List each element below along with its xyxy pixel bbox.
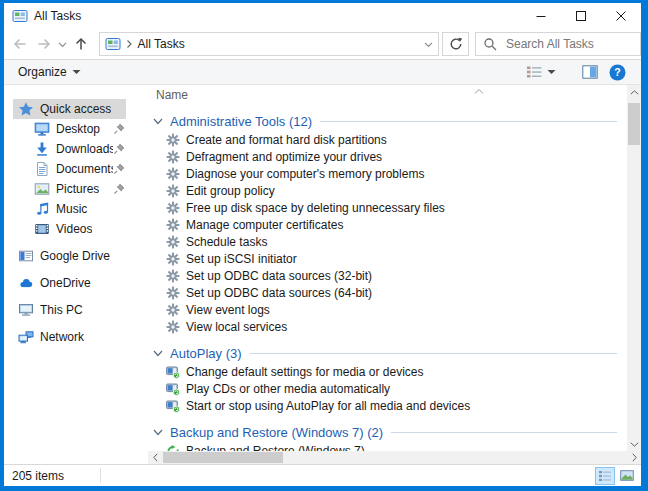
organize-caret-icon [72, 69, 81, 75]
close-button[interactable] [601, 3, 641, 29]
task-item-label: Diagnose your computer's memory problems [186, 167, 424, 181]
task-item-label: Backup and Restore (Windows 7) [186, 444, 365, 452]
breadcrumb[interactable]: All Tasks [138, 37, 418, 51]
admin-tool-icon [166, 303, 180, 317]
admin-tool-icon [166, 184, 180, 198]
group-header-backup-and-restore-windows-7-2[interactable]: Backup and Restore (Windows 7) (2) [148, 422, 627, 442]
vertical-scrollbar-thumb[interactable] [628, 103, 640, 145]
sidebar-item-downloads[interactable]: Downloads [13, 139, 126, 159]
task-item-view-local-services[interactable]: View local services [148, 318, 627, 335]
task-item-free-up-disk-space-by-deleting-unnecessary-files[interactable]: Free up disk space by deleting unnecessa… [148, 199, 627, 216]
refresh-button[interactable] [442, 32, 469, 56]
search-box[interactable] [475, 32, 641, 56]
task-item-label: Set up ODBC data sources (32-bit) [186, 269, 372, 283]
address-bar[interactable]: All Tasks [99, 32, 439, 56]
pin-icon [113, 123, 125, 135]
task-item-label: Create and format hard disk partitions [186, 133, 387, 147]
task-item-label: Free up disk space by deleting unnecessa… [186, 201, 445, 215]
task-item-diagnose-your-computer-s-memory-problems[interactable]: Diagnose your computer's memory problems [148, 165, 627, 182]
star-icon [18, 101, 34, 117]
videos-icon [34, 221, 50, 237]
scroll-left-button[interactable] [148, 451, 162, 464]
sidebar-item-documents[interactable]: Documents [13, 159, 126, 179]
horizontal-scrollbar[interactable] [148, 451, 641, 464]
all-tasks-icon [12, 8, 28, 24]
thumbnail-view-button[interactable] [617, 467, 637, 485]
sidebar-item-videos[interactable]: Videos [13, 219, 126, 239]
task-item-change-default-settings-for-media-or-devices[interactable]: Change default settings for media or dev… [148, 363, 627, 380]
task-item-edit-group-policy[interactable]: Edit group policy [148, 182, 627, 199]
group-collapse-icon [153, 350, 163, 357]
sidebar-item-onedrive[interactable]: OneDrive [13, 273, 126, 293]
admin-tool-icon [166, 218, 180, 232]
admin-tool-icon [166, 269, 180, 283]
scroll-left-icon [153, 453, 158, 462]
sidebar-item-music[interactable]: Music [13, 199, 126, 219]
task-item-set-up-odbc-data-sources-32-bit[interactable]: Set up ODBC data sources (32-bit) [148, 267, 627, 284]
task-list: Administrative Tools (12)Create and form… [148, 105, 627, 451]
task-item-play-cds-or-other-media-automatically[interactable]: Play CDs or other media automatically [148, 380, 627, 397]
column-header-name[interactable]: Name [148, 85, 627, 105]
breadcrumb-separator-icon [125, 39, 133, 49]
pin-icon [113, 143, 125, 155]
minimize-button[interactable] [521, 3, 561, 29]
change-view-button[interactable] [523, 61, 559, 83]
sidebar-item-this-pc[interactable]: This PC [13, 300, 126, 320]
sidebar-item-desktop[interactable]: Desktop [13, 119, 126, 139]
task-item-label: View local services [186, 320, 287, 334]
group-name: Administrative Tools (12) [170, 114, 312, 129]
task-item-create-and-format-hard-disk-partitions[interactable]: Create and format hard disk partitions [148, 131, 627, 148]
admin-tool-icon [166, 150, 180, 164]
downloads-icon [34, 141, 50, 157]
sidebar-item-label: Network [40, 330, 84, 344]
recent-locations-button[interactable] [56, 32, 69, 56]
organize-label: Organize [18, 65, 67, 79]
details-view-icon [598, 470, 612, 482]
admin-tool-icon [166, 235, 180, 249]
back-button[interactable] [8, 32, 32, 56]
task-item-backup-and-restore-windows-7[interactable]: Backup and Restore (Windows 7) [148, 442, 627, 451]
horizontal-scrollbar-thumb[interactable] [163, 452, 283, 463]
forward-button[interactable] [32, 32, 56, 56]
all-tasks-icon [105, 36, 121, 52]
view-toggle-group [595, 467, 637, 485]
up-arrow-icon [73, 36, 89, 52]
task-item-start-or-stop-using-autoplay-for-all-media-and-devices[interactable]: Start or stop using AutoPlay for all med… [148, 397, 627, 414]
minimize-icon [536, 11, 546, 21]
desktop-icon [34, 121, 50, 137]
task-item-view-event-logs[interactable]: View event logs [148, 301, 627, 318]
sidebar-item-google-drive[interactable]: Google Drive [13, 246, 126, 266]
task-item-set-up-odbc-data-sources-64-bit[interactable]: Set up ODBC data sources (64-bit) [148, 284, 627, 301]
sidebar-item-label: Pictures [56, 182, 99, 196]
preview-pane-button[interactable] [579, 61, 601, 83]
search-input[interactable] [504, 36, 640, 52]
scroll-up-button[interactable] [627, 85, 641, 99]
group-header-autoplay-3[interactable]: AutoPlay (3) [148, 343, 627, 363]
vertical-scrollbar[interactable] [627, 85, 641, 451]
pictures-icon [34, 181, 50, 197]
task-item-set-up-iscsi-initiator[interactable]: Set up iSCSI initiator [148, 250, 627, 267]
sidebar-item-quick-access[interactable]: Quick access [13, 99, 126, 119]
address-dropdown-button[interactable] [418, 33, 438, 55]
forward-arrow-icon [36, 36, 52, 52]
help-icon: ? [609, 64, 626, 81]
sidebar-item-network[interactable]: Network [13, 327, 126, 347]
task-item-schedule-tasks[interactable]: Schedule tasks [148, 233, 627, 250]
task-item-label: Set up ODBC data sources (64-bit) [186, 286, 372, 300]
pin-icon [113, 163, 125, 175]
sidebar-item-pictures[interactable]: Pictures [13, 179, 126, 199]
task-item-defragment-and-optimize-your-drives[interactable]: Defragment and optimize your drives [148, 148, 627, 165]
group-header-administrative-tools-12[interactable]: Administrative Tools (12) [148, 111, 627, 131]
up-button[interactable] [69, 32, 93, 56]
scroll-right-button[interactable] [627, 451, 641, 464]
explorer-window: All Tasks All Tasks Organize [4, 3, 641, 486]
admin-tool-icon [166, 167, 180, 181]
gdrive-icon [18, 248, 34, 264]
task-item-manage-computer-certificates[interactable]: Manage computer certificates [148, 216, 627, 233]
scroll-down-button[interactable] [627, 437, 641, 451]
details-view-button[interactable] [595, 467, 615, 485]
details-list-icon [526, 65, 543, 79]
organize-button[interactable]: Organize [14, 61, 85, 83]
maximize-button[interactable] [561, 3, 601, 29]
help-button[interactable]: ? [606, 61, 629, 83]
